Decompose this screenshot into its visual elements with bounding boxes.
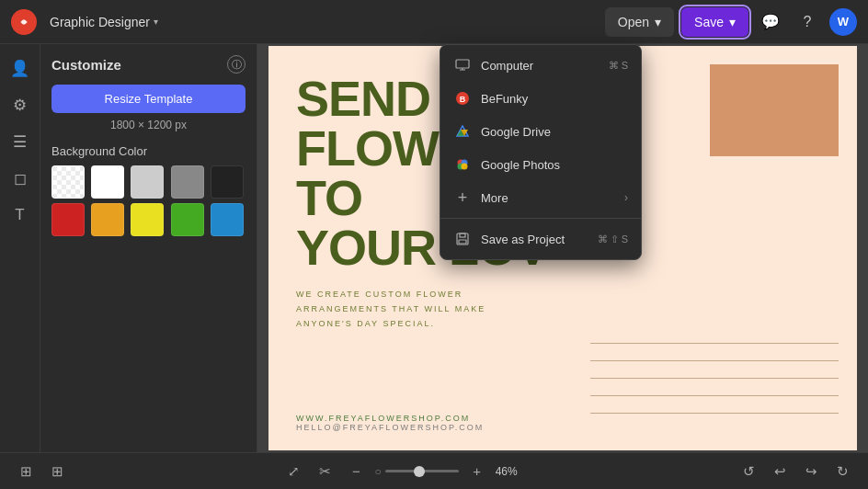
color-swatch-black[interactable] (211, 165, 244, 199)
grid-toggle-button[interactable]: ⊞ (44, 459, 70, 484)
svg-point-11 (462, 164, 468, 170)
crop-button[interactable]: ✂ (312, 459, 337, 484)
chat-icon: 💬 (761, 13, 780, 30)
zoom-slider[interactable] (385, 470, 459, 472)
zoom-out-icon: − (352, 463, 360, 479)
befunky-icon: B (453, 89, 472, 108)
fit-screen-button[interactable]: ⤢ (280, 459, 306, 484)
color-grid (51, 165, 246, 236)
menu-item-google-photos[interactable]: Google Photos (440, 148, 641, 181)
layers-toggle-button[interactable]: ⊞ (13, 459, 39, 484)
menu-item-google-drive[interactable]: Google Drive (440, 115, 641, 148)
profile-icon: 👤 (10, 59, 29, 78)
undo-icon: ↩ (774, 463, 786, 480)
app-name-button[interactable]: Graphic Designer ▾ (44, 11, 164, 33)
sidebar-item-text[interactable]: T (4, 199, 37, 232)
menu-item-computer[interactable]: Computer ⌘ S (440, 49, 641, 82)
canvas-area[interactable]: SENDFLOWERS TOYOUR LOV WE CREATE CUSTOM … (257, 44, 868, 452)
divider-line-5 (590, 413, 839, 414)
computer-icon (453, 56, 472, 74)
bottom-center: ⤢ ✂ − ○ + 46% (70, 459, 736, 484)
color-swatch-green[interactable] (171, 203, 204, 236)
divider-line-4 (590, 395, 839, 396)
settings-icon: ⚙ (13, 96, 27, 115)
panel-header: Customize ⓘ (51, 55, 246, 74)
divider-line-3 (590, 378, 839, 379)
color-swatch-white[interactable] (91, 165, 124, 199)
menu-item-save-as-project[interactable]: Save as Project ⌘ ⇧ S (440, 222, 641, 256)
sidebar-item-elements[interactable]: ◻ (4, 162, 37, 195)
menu-item-save-as-project-label: Save as Project (481, 233, 588, 246)
doc-subtext: WE CREATE CUSTOM FLOWER ARRANGEMENTS THA… (296, 287, 508, 332)
history-reset-icon: ↺ (743, 463, 755, 480)
color-swatch-yellow[interactable] (131, 203, 164, 236)
doc-email: HELLO@FREYAFLOWERSHOP.COM (296, 423, 829, 432)
sidebar-item-profile[interactable]: 👤 (4, 51, 37, 85)
color-swatch-orange[interactable] (91, 203, 124, 236)
top-bar: Graphic Designer ▾ Open ▾ Save ▾ 💬 ? W (0, 0, 868, 44)
svg-rect-1 (456, 60, 469, 68)
menu-item-befunky[interactable]: B BeFunky (440, 82, 641, 115)
redo-button[interactable]: ↪ (798, 459, 824, 484)
resize-template-button[interactable]: Resize Template (51, 85, 246, 113)
sidebar-item-settings[interactable]: ⚙ (4, 88, 37, 121)
more-options-icon: ↻ (837, 463, 849, 480)
google-photos-icon (453, 155, 472, 174)
zoom-slider-container: ○ (374, 465, 458, 478)
panel-title: Customize (51, 57, 121, 73)
zoom-out-button[interactable]: − (343, 459, 369, 484)
bg-color-label: Background Color (51, 144, 246, 158)
menu-item-computer-shortcut: ⌘ S (609, 60, 628, 72)
menu-item-more[interactable]: + More › (440, 181, 641, 214)
divider-line-2 (590, 360, 839, 361)
svg-rect-14 (459, 240, 466, 244)
menu-item-google-drive-label: Google Drive (481, 125, 628, 139)
more-options-button[interactable]: ↻ (829, 459, 855, 484)
menu-item-save-project-shortcut: ⌘ ⇧ S (598, 233, 628, 245)
doc-website: WWW.FREYAFLOWERSHOP.COM (296, 414, 829, 423)
color-swatch-transparent[interactable] (51, 165, 85, 199)
left-panel: Customize ⓘ Resize Template 1800 × 1200 … (40, 44, 257, 452)
help-button[interactable]: ? (793, 7, 822, 37)
menu-item-google-photos-label: Google Photos (481, 158, 628, 172)
bottom-bar: ⊞ ⊞ ⤢ ✂ − ○ + 46% ↺ ↩ ↪ (0, 452, 868, 489)
panel-info-button[interactable]: ⓘ (227, 55, 246, 74)
divider-line-1 (590, 343, 839, 344)
top-bar-right: Open ▾ Save ▾ 💬 ? W (605, 7, 857, 37)
orange-rectangle (710, 64, 839, 156)
grid-icon: ⊞ (51, 463, 63, 480)
open-chevron-icon: ▾ (655, 15, 661, 29)
text-icon: T (15, 206, 24, 224)
dimensions-text: 1800 × 1200 px (51, 119, 246, 131)
layers-bottom-icon: ⊞ (20, 463, 32, 480)
sidebar-item-layers[interactable]: ☰ (4, 125, 37, 158)
avatar-button[interactable]: W (829, 8, 857, 36)
zoom-in-button[interactable]: + (464, 459, 490, 484)
menu-separator (440, 218, 641, 219)
app-name-chevron-icon: ▾ (154, 17, 158, 27)
color-swatch-light-gray[interactable] (131, 165, 164, 199)
more-arrow-icon: › (624, 191, 628, 204)
zoom-in-icon: + (473, 463, 481, 479)
history-reset-button[interactable]: ↺ (736, 459, 761, 484)
layers-icon: ☰ (13, 132, 27, 152)
color-swatch-gray[interactable] (171, 165, 204, 199)
main-layout: 👤 ⚙ ☰ ◻ T Customize ⓘ Resize Template 18… (0, 44, 868, 452)
menu-item-befunky-label: BeFunky (481, 92, 628, 106)
open-button[interactable]: Open ▾ (605, 7, 674, 37)
bg-color-section: Background Color (51, 144, 246, 236)
menu-item-more-label: More (481, 191, 615, 205)
save-chevron-icon: ▾ (729, 15, 736, 29)
bottom-right: ↺ ↩ ↪ ↻ (736, 459, 855, 484)
avatar-letter: W (838, 15, 849, 28)
undo-button[interactable]: ↩ (767, 459, 793, 484)
help-icon: ? (804, 14, 812, 30)
svg-rect-13 (460, 233, 465, 237)
color-swatch-red[interactable] (51, 203, 85, 236)
chat-button[interactable]: 💬 (756, 7, 785, 37)
logo (11, 9, 37, 35)
save-button[interactable]: Save ▾ (681, 7, 748, 37)
elements-icon: ◻ (14, 169, 27, 188)
app-name-label: Graphic Designer (50, 15, 150, 29)
color-swatch-blue[interactable] (211, 203, 244, 236)
